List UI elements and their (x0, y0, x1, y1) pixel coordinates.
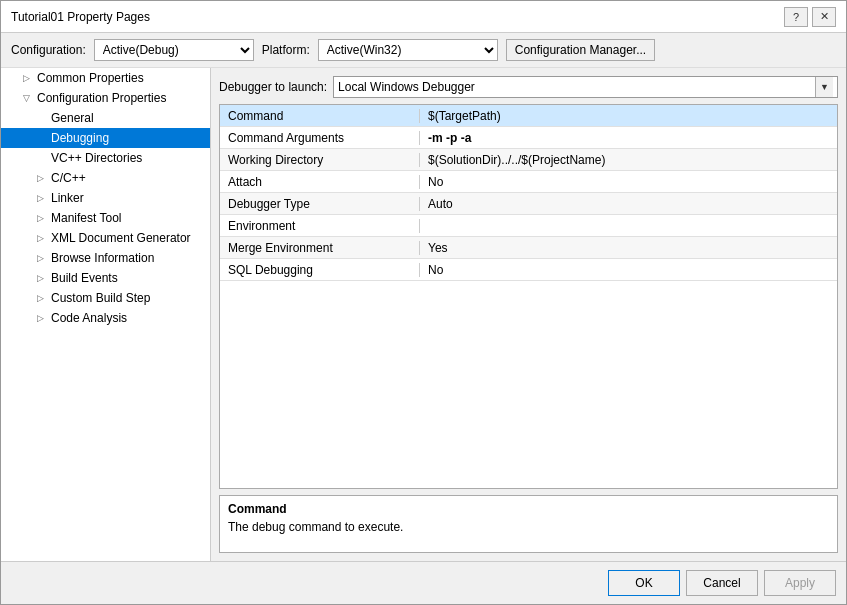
config-row: Configuration: Active(Debug) Platform: A… (1, 33, 846, 68)
tree-scroll: ▷Common Properties▽Configuration Propert… (1, 68, 210, 561)
prop-row-attach[interactable]: AttachNo (220, 171, 837, 193)
dialog: Tutorial01 Property Pages ? ✕ Configurat… (0, 0, 847, 605)
prop-name: Working Directory (220, 153, 420, 167)
tree-item-label: Build Events (51, 271, 118, 285)
prop-name: Debugger Type (220, 197, 420, 211)
tree-item-custom-build-step[interactable]: ▷Custom Build Step (1, 288, 210, 308)
close-button[interactable]: ✕ (812, 7, 836, 27)
expand-icon: ▷ (37, 253, 51, 263)
tree-item-configuration-properties[interactable]: ▽Configuration Properties (1, 88, 210, 108)
prop-value: $(SolutionDir)../../$(ProjectName) (420, 153, 837, 167)
prop-value: Yes (420, 241, 837, 255)
config-label: Configuration: (11, 43, 86, 57)
prop-value: No (420, 175, 837, 189)
left-panel: ▷Common Properties▽Configuration Propert… (1, 68, 211, 561)
expand-icon: ▷ (37, 213, 51, 223)
title-bar: Tutorial01 Property Pages ? ✕ (1, 1, 846, 33)
main-content: ▷Common Properties▽Configuration Propert… (1, 68, 846, 561)
expand-icon: ▷ (37, 193, 51, 203)
expand-icon: ▷ (37, 273, 51, 283)
properties-table: Command$(TargetPath)Command Arguments-m … (219, 104, 838, 489)
props-container: Command$(TargetPath)Command Arguments-m … (220, 105, 837, 281)
tree-item-browse-information[interactable]: ▷Browse Information (1, 248, 210, 268)
debugger-select-text: Local Windows Debugger (338, 80, 815, 94)
bottom-bar: OK Cancel Apply (1, 561, 846, 604)
tree-item-label: C/C++ (51, 171, 86, 185)
tree-item-label: Linker (51, 191, 84, 205)
info-desc: The debug command to execute. (228, 520, 829, 534)
prop-row-merge-environment[interactable]: Merge EnvironmentYes (220, 237, 837, 259)
platform-select[interactable]: Active(Win32) (318, 39, 498, 61)
tree-item-common-properties[interactable]: ▷Common Properties (1, 68, 210, 88)
prop-value: -m -p -a (420, 131, 837, 145)
prop-name: SQL Debugging (220, 263, 420, 277)
apply-button[interactable]: Apply (764, 570, 836, 596)
prop-row-command[interactable]: Command$(TargetPath) (220, 105, 837, 127)
prop-name: Command Arguments (220, 131, 420, 145)
prop-name: Merge Environment (220, 241, 420, 255)
tree-item-vcpp-directories[interactable]: VC++ Directories (1, 148, 210, 168)
dialog-title: Tutorial01 Property Pages (11, 10, 150, 24)
tree-item-debugging[interactable]: Debugging (1, 128, 210, 148)
tree-item-label: Configuration Properties (37, 91, 166, 105)
prop-value: No (420, 263, 837, 277)
expand-icon: ▷ (37, 313, 51, 323)
prop-row-working-directory[interactable]: Working Directory$(SolutionDir)../../$(P… (220, 149, 837, 171)
tree-item-label: Common Properties (37, 71, 144, 85)
tree-item-label: Browse Information (51, 251, 154, 265)
tree-item-general[interactable]: General (1, 108, 210, 128)
tree-item-code-analysis[interactable]: ▷Code Analysis (1, 308, 210, 328)
help-button[interactable]: ? (784, 7, 808, 27)
tree-container: ▷Common Properties▽Configuration Propert… (1, 68, 210, 328)
prop-value: $(TargetPath) (420, 109, 837, 123)
prop-row-debugger-type[interactable]: Debugger TypeAuto (220, 193, 837, 215)
config-manager-button[interactable]: Configuration Manager... (506, 39, 655, 61)
debugger-select[interactable]: Local Windows Debugger ▼ (333, 76, 838, 98)
platform-label: Platform: (262, 43, 310, 57)
tree-item-label: Code Analysis (51, 311, 127, 325)
prop-name: Environment (220, 219, 420, 233)
tree-item-label: Debugging (51, 131, 109, 145)
prop-row-command-arguments[interactable]: Command Arguments-m -p -a (220, 127, 837, 149)
prop-value: Auto (420, 197, 837, 211)
tree-item-label: XML Document Generator (51, 231, 191, 245)
debugger-dropdown-arrow[interactable]: ▼ (815, 77, 833, 97)
tree-item-linker[interactable]: ▷Linker (1, 188, 210, 208)
tree-item-xml-document-generator[interactable]: ▷XML Document Generator (1, 228, 210, 248)
expand-icon: ▷ (23, 73, 37, 83)
tree-item-label: Manifest Tool (51, 211, 121, 225)
right-panel: Debugger to launch: Local Windows Debugg… (211, 68, 846, 561)
tree-item-manifest-tool[interactable]: ▷Manifest Tool (1, 208, 210, 228)
prop-row-environment[interactable]: Environment (220, 215, 837, 237)
tree-item-build-events[interactable]: ▷Build Events (1, 268, 210, 288)
tree-item-label: Custom Build Step (51, 291, 150, 305)
tree-item-label: General (51, 111, 94, 125)
prop-row-sql-debugging[interactable]: SQL DebuggingNo (220, 259, 837, 281)
debugger-label: Debugger to launch: (219, 80, 327, 94)
info-box: Command The debug command to execute. (219, 495, 838, 553)
expand-icon: ▽ (23, 93, 37, 103)
configuration-select[interactable]: Active(Debug) (94, 39, 254, 61)
expand-icon: ▷ (37, 293, 51, 303)
info-title: Command (228, 502, 829, 516)
tree-item-label: VC++ Directories (51, 151, 142, 165)
expand-icon: ▷ (37, 233, 51, 243)
prop-name: Command (220, 109, 420, 123)
tree-item-c-cpp[interactable]: ▷C/C++ (1, 168, 210, 188)
title-bar-buttons: ? ✕ (784, 7, 836, 27)
ok-button[interactable]: OK (608, 570, 680, 596)
prop-name: Attach (220, 175, 420, 189)
expand-icon: ▷ (37, 173, 51, 183)
cancel-button[interactable]: Cancel (686, 570, 758, 596)
debugger-row: Debugger to launch: Local Windows Debugg… (219, 76, 838, 98)
